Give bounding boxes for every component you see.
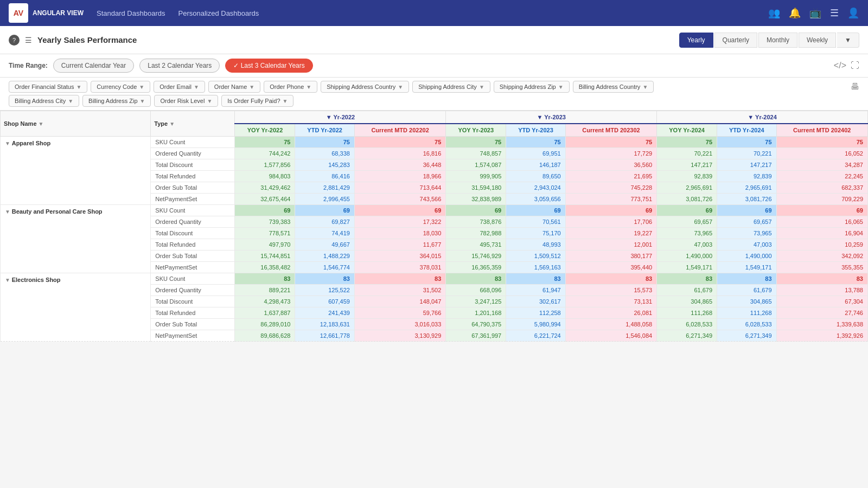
fullscreen-icon[interactable]: ⛶ [851,61,859,70]
filter-order-risk[interactable]: Order Risk Level ▼ [154,95,218,107]
value-cell: 83 [776,273,867,285]
shop-name-cell: ▼ Apparel Shop [1,137,151,205]
th-shop-name[interactable]: Shop Name ▼ [1,111,151,137]
value-cell: 73,965 [717,228,776,239]
code-icon[interactable]: </> [834,61,846,70]
period-selector: Yearly Quarterly Monthly Weekly ▼ [679,33,859,48]
value-cell: 16,365,359 [446,262,506,273]
shop-name-cell: ▼ Electronics Shop [1,273,151,342]
value-cell: 64,790,375 [446,319,506,330]
logo-text: ANGULAR VIEW [33,9,84,17]
range-current-year-button[interactable]: Current Calendar Year [53,59,134,73]
value-cell: 364,015 [354,251,445,262]
th-yoy-2022[interactable]: YOY Yr-2022 [235,124,295,137]
value-cell: 59,766 [354,307,445,319]
filter-currency-code[interactable]: Currency Code ▼ [91,81,150,93]
th-ytd-2023[interactable]: YTD Yr-2023 [506,124,565,137]
th-yoy-2023[interactable]: YOY Yr-2023 [446,124,506,137]
value-cell: 75 [776,137,867,148]
toolbar-left: ? ☰ Yearly Sales Performance [9,35,137,46]
value-cell: 83 [506,273,565,285]
value-cell: 6,221,724 [506,330,565,342]
value-cell: 1,490,000 [717,251,776,262]
filter-shipping-country[interactable]: Shipping Address Country ▼ [321,81,409,93]
period-quarterly-button[interactable]: Quarterly [714,33,757,48]
value-cell: 738,876 [446,216,506,228]
value-cell: 83 [235,273,295,285]
user-icon[interactable]: 👤 [847,7,859,19]
value-cell: 713,644 [354,182,445,194]
settings-icon[interactable]: ☰ [25,36,32,44]
nav-standard-dashboards[interactable]: Standard Dashboards [97,9,165,17]
value-cell: 999,905 [446,171,506,182]
range-last2-button[interactable]: Last 2 Calendar Years [139,59,220,73]
th-type[interactable]: Type ▼ [151,111,235,137]
value-cell: 34,287 [776,159,867,171]
th-mtd-2024[interactable]: Current MTD 202402 [776,124,867,137]
value-cell: 3,081,726 [657,194,717,205]
th-mtd-2022[interactable]: Current MTD 202202 [354,124,445,137]
filter-shipping-city[interactable]: Shipping Address City ▼ [412,81,490,93]
value-cell: 67,304 [776,296,867,307]
filter-billing-zip[interactable]: Billing Address Zip ▼ [82,95,151,107]
value-cell: 1,577,856 [235,159,295,171]
value-cell: 3,130,929 [354,330,445,342]
filter-order-financial-status[interactable]: Order Financial Status ▼ [9,81,87,93]
sliders-icon[interactable]: ☰ [830,7,839,19]
value-cell: 89,650 [506,171,565,182]
print-icon[interactable]: 🖶 [851,82,859,92]
value-cell: 11,677 [354,239,445,251]
value-cell: 75 [446,137,506,148]
value-cell: 111,268 [657,307,717,319]
period-weekly-button[interactable]: Weekly [799,33,836,48]
value-cell: 984,803 [235,171,295,182]
value-cell: 69,827 [295,216,354,228]
period-monthly-button[interactable]: Monthly [758,33,797,48]
th-yr2023-group: ▼ Yr-2023 [446,111,657,124]
period-yearly-button[interactable]: Yearly [679,33,713,48]
filter-billing-country[interactable]: Billing Address Country ▼ [573,81,654,93]
th-ytd-2024[interactable]: YTD Yr-2024 [717,124,776,137]
th-yoy-2024[interactable]: YOY Yr-2024 [657,124,717,137]
value-cell: 744,242 [235,148,295,159]
filter-order-name[interactable]: Order Name ▼ [208,81,260,93]
period-more-button[interactable]: ▼ [837,33,859,48]
range-last3-button[interactable]: Last 3 Calendar Years [225,59,312,73]
metric-label-cell: SKU Count [151,273,235,285]
value-cell: 69,951 [506,148,565,159]
value-cell: 83 [295,273,354,285]
th-mtd-2023[interactable]: Current MTD 202302 [565,124,656,137]
time-range-right: </> ⛶ [834,61,859,70]
value-cell: 355,355 [776,262,867,273]
metric-label-cell: NetPaymentSet [151,262,235,273]
th-ytd-2022[interactable]: YTD Yr-2022 [295,124,354,137]
help-icon[interactable]: ? [9,35,20,46]
value-cell: 73,131 [565,296,656,307]
value-cell: 1,509,512 [506,251,565,262]
filter-shipping-zip[interactable]: Shipping Address Zip ▼ [494,81,570,93]
value-cell: 378,031 [354,262,445,273]
shop-name-cell: ▼ Beauty and Personal Care Shop [1,205,151,273]
filter-row-1: Order Financial Status ▼ Currency Code ▼… [9,81,859,93]
filter-billing-city[interactable]: Billing Address City ▼ [9,95,79,107]
filter-order-phone[interactable]: Order Phone ▼ [264,81,317,93]
people-icon[interactable]: 👥 [768,7,780,19]
data-table-wrapper[interactable]: Shop Name ▼ Type ▼ ▼ Yr-2022 ▼ Yr-2023 ▼… [0,111,868,484]
filter-fully-paid[interactable]: Is Order Fully Paid? ▼ [221,95,293,107]
value-cell: 3,247,125 [446,296,506,307]
value-cell: 125,522 [295,285,354,296]
value-cell: 2,943,024 [506,182,565,194]
value-cell: 1,546,774 [295,262,354,273]
value-cell: 15,744,851 [235,251,295,262]
nav-personalized-dashboards[interactable]: Personalized Dashboards [178,9,259,17]
filter-order-email[interactable]: Order Email ▼ [154,81,205,93]
bell-icon[interactable]: 🔔 [789,7,801,19]
value-cell: 889,221 [235,285,295,296]
tablet-icon[interactable]: 📺 [809,7,821,19]
value-cell: 69 [354,205,445,216]
time-range-left: Time Range: Current Calendar Year Last 2… [9,59,313,73]
value-cell: 342,092 [776,251,867,262]
value-cell: 668,096 [446,285,506,296]
logo[interactable]: AV ANGULAR VIEW [9,3,84,23]
value-cell: 70,561 [506,216,565,228]
